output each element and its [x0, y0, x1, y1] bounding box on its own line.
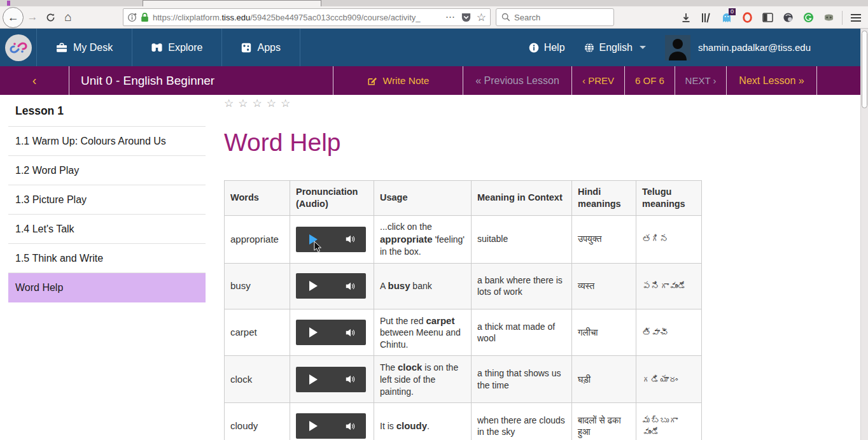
table-row: appropriate ...click on the appropriate … — [225, 215, 702, 263]
meaning-cell: a bank where there is lots of work — [472, 263, 572, 309]
usage-cell: It is cloudy. — [374, 403, 472, 440]
play-icon[interactable] — [309, 327, 318, 337]
apps-icon — [241, 43, 251, 53]
lesson-back-button[interactable]: ‹ — [0, 66, 69, 95]
url-bar[interactable]: https://clixplatform.tiss.edu/59425be449… — [123, 8, 491, 26]
nav-explore-label: Explore — [168, 42, 202, 53]
audio-player[interactable] — [296, 227, 366, 252]
nav-explore[interactable]: Explore — [132, 29, 221, 66]
telugu-cell: మబ్బుగా వుండే — [636, 403, 702, 440]
library-button[interactable] — [699, 11, 713, 25]
forward-icon: → — [27, 11, 38, 24]
star-icon[interactable]: ☆ — [267, 97, 276, 110]
search-input[interactable] — [514, 13, 603, 22]
speaker-icon[interactable] — [345, 281, 356, 291]
table-row: cloudy It is cloudy. when there are clou… — [225, 403, 702, 440]
page-actions-icon[interactable]: ⋯ — [445, 11, 456, 23]
audio-cell — [290, 263, 374, 309]
sidebar-item-think-and-write[interactable]: 1.5 Think and Write — [8, 244, 206, 273]
avatar[interactable] — [665, 35, 690, 60]
scrollbar-thumb[interactable] — [862, 31, 867, 108]
clix-logo[interactable] — [0, 29, 36, 66]
nav-my-desk-label: My Desk — [73, 42, 113, 53]
back-button[interactable]: ← — [3, 7, 24, 28]
sidebar-item-lets-talk[interactable]: 1.4 Let's Talk — [8, 215, 206, 244]
pocket-icon[interactable] — [461, 12, 472, 23]
nav-help-label: Help — [544, 42, 565, 53]
library-icon — [701, 13, 712, 23]
download-button[interactable] — [679, 11, 693, 25]
telugu-cell: తివాచీ — [636, 309, 702, 356]
usage-cell: The clock is on the left side of the pai… — [374, 356, 472, 403]
help-info-icon — [529, 43, 539, 53]
app-navbar: My Desk Explore Apps Help English — [0, 29, 868, 66]
page-position: 6 OF 6 — [624, 66, 675, 95]
red-o-icon — [742, 12, 753, 23]
speaker-icon[interactable] — [345, 374, 356, 384]
page-scrollbar[interactable] — [860, 29, 868, 440]
star-icon[interactable]: ☆ — [238, 97, 248, 110]
audio-player[interactable] — [296, 367, 366, 392]
word-cell: busy — [225, 263, 290, 309]
user-email[interactable]: shamin.padalkar@tiss.edu — [698, 42, 811, 53]
home-icon: ⌂ — [64, 10, 71, 24]
audio-player[interactable] — [296, 273, 366, 299]
extension-sphere-button[interactable] — [781, 11, 795, 25]
search-bar[interactable] — [496, 8, 614, 26]
star-icon[interactable]: ☆ — [224, 97, 234, 110]
nav-help[interactable]: Help — [529, 42, 565, 53]
next-lesson-button[interactable]: Next Lesson » — [726, 66, 816, 95]
previous-lesson-button[interactable]: « Previous Lesson — [463, 66, 571, 95]
toolbar-extensions: 0 — [679, 6, 863, 29]
menu-button[interactable] — [849, 11, 863, 25]
sidebar-item-word-play[interactable]: 1.2 Word Play — [8, 156, 206, 185]
bookmark-star-icon[interactable]: ☆ — [477, 11, 486, 24]
rating-stars: ☆☆☆☆☆ — [224, 97, 702, 110]
play-icon[interactable] — [309, 374, 318, 385]
prev-button[interactable]: ‹ PREV — [571, 66, 624, 95]
write-note-label: Write Note — [383, 75, 430, 87]
url-text[interactable]: https://clixplatform.tiss.edu/59425be449… — [153, 13, 445, 22]
back-icon: ← — [8, 11, 19, 24]
usage-cell: ...click on the appropriate 'feeling' in… — [374, 215, 472, 263]
sidebar-toggle-button[interactable] — [760, 11, 774, 25]
misc-extension-icon — [823, 13, 834, 22]
table-row: busy A busy bank a bank where there is l… — [225, 263, 702, 309]
write-note-button[interactable]: Write Note — [333, 66, 463, 95]
download-icon — [681, 13, 691, 23]
browser-toolbar: ← → ⌂ https://clixplatform.tiss.edu/5942… — [0, 6, 868, 29]
nav-apps[interactable]: Apps — [222, 29, 299, 66]
home-button[interactable]: ⌂ — [59, 10, 77, 24]
reload-button[interactable] — [41, 13, 59, 22]
briefcase-icon — [56, 43, 67, 53]
play-icon[interactable] — [309, 421, 318, 431]
nav-my-desk[interactable]: My Desk — [37, 29, 132, 66]
sidebar-item-word-help[interactable]: Word Help — [8, 273, 206, 302]
next-button[interactable]: NEXT › — [675, 66, 726, 95]
audio-player[interactable] — [296, 320, 366, 345]
speaker-icon[interactable] — [345, 328, 356, 337]
star-icon[interactable]: ☆ — [281, 97, 290, 110]
padlock-icon[interactable] — [141, 12, 149, 22]
active-tab[interactable] — [143, 0, 321, 6]
grammarly-button[interactable] — [801, 11, 815, 25]
forward-button[interactable]: → — [24, 11, 41, 24]
sidebar-item-warm-up[interactable]: 1.1 Warm Up: Colours Around Us — [8, 127, 206, 156]
speaker-icon[interactable] — [345, 422, 356, 431]
play-icon[interactable] — [309, 281, 318, 291]
word-cell: clock — [225, 356, 290, 403]
site-info-icon[interactable] — [127, 13, 137, 22]
extension-misc-button[interactable] — [822, 11, 836, 25]
language-selector[interactable]: English — [584, 42, 646, 53]
sidebar-item-picture-play[interactable]: 1.3 Picture Play — [8, 185, 206, 215]
extension-o-button[interactable] — [740, 11, 754, 25]
word-cell: carpet — [225, 309, 290, 356]
col-header-usage: Usage — [374, 181, 472, 216]
lesson-bar: ‹ Unit 0 - English Beginner Write Note «… — [0, 66, 868, 95]
star-icon[interactable]: ☆ — [253, 97, 262, 110]
speaker-icon[interactable] — [345, 234, 356, 244]
unit-title: Unit 0 - English Beginner — [69, 66, 333, 95]
search-icon — [501, 13, 510, 22]
audio-player[interactable] — [296, 413, 366, 439]
ghostery-button[interactable]: 0 — [720, 11, 734, 25]
